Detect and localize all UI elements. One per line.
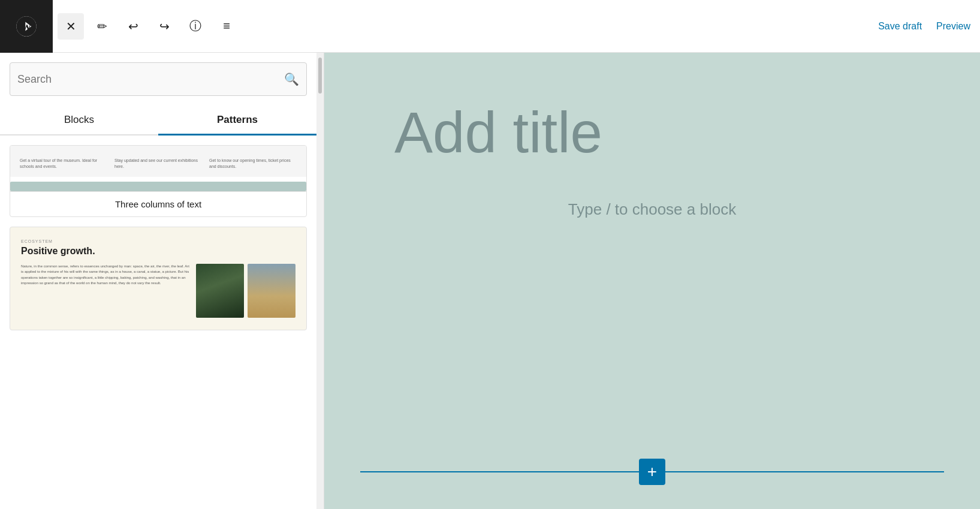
editor-title-placeholder[interactable]: Add title xyxy=(394,101,910,164)
windmill-image xyxy=(248,264,295,318)
add-block-line-right xyxy=(665,471,944,472)
tabs: Blocks Patterns xyxy=(0,106,316,135)
pattern-positive-growth[interactable]: ECOSYSTEM Positive growth. Nature, in th… xyxy=(10,227,307,330)
editor-block-placeholder[interactable]: Type / to choose a block xyxy=(568,200,736,219)
search-bar: 🔍 xyxy=(10,62,307,96)
panel-content: 🔍 Blocks Patterns Get a virtual tour of … xyxy=(0,53,316,509)
left-panel: 🔍 Blocks Patterns Get a virtual tour of … xyxy=(0,53,324,509)
wordpress-logo: W xyxy=(0,0,53,53)
add-block-bar: + xyxy=(324,459,980,485)
list-icon: ≡ xyxy=(223,19,230,33)
svg-text:W: W xyxy=(22,21,32,32)
pencil-icon: ✏ xyxy=(97,19,107,34)
eco-label: ECOSYSTEM xyxy=(21,239,295,243)
pattern-accent-bar xyxy=(10,182,306,191)
list-view-button[interactable]: ≡ xyxy=(213,13,240,40)
redo-icon: ↪ xyxy=(159,19,170,34)
add-block-button[interactable]: + xyxy=(639,459,665,485)
edit-button[interactable]: ✏ xyxy=(89,13,115,40)
scrollbar-thumb[interactable] xyxy=(318,58,322,94)
close-icon: ✕ xyxy=(66,19,76,34)
search-input[interactable] xyxy=(17,73,284,86)
undo-button[interactable]: ↩ xyxy=(120,13,146,40)
card-2-body: Nature, in the common sense, refers to e… xyxy=(21,264,295,318)
pattern-col-2: Stay updated and see our current exhibit… xyxy=(114,158,202,170)
toolbar-right: Save draft Preview xyxy=(878,21,970,32)
forest-image xyxy=(196,264,244,318)
pattern-col-3: Get to know our opening times, ticket pr… xyxy=(209,158,297,170)
pattern-col-1: Get a virtual tour of the museum. Ideal … xyxy=(20,158,107,170)
redo-button[interactable]: ↪ xyxy=(151,13,177,40)
tab-patterns[interactable]: Patterns xyxy=(158,106,316,134)
undo-icon: ↩ xyxy=(128,19,138,34)
search-icon[interactable]: 🔍 xyxy=(284,72,299,86)
card-2-text: Nature, in the common sense, refers to e… xyxy=(21,264,190,318)
info-icon: ⓘ xyxy=(189,18,201,34)
close-button[interactable]: ✕ xyxy=(58,13,84,40)
toolbar: W ✕ ✏ ↩ ↪ ⓘ ≡ Save draft Preview xyxy=(0,0,980,53)
save-draft-button[interactable]: Save draft xyxy=(878,21,922,32)
pattern-card-2-inner: ECOSYSTEM Positive growth. Nature, in th… xyxy=(10,227,306,330)
panel-scroll-area: 🔍 Blocks Patterns Get a virtual tour of … xyxy=(0,53,324,509)
add-block-line-left xyxy=(360,471,639,472)
scrollbar-track[interactable] xyxy=(316,53,324,509)
pattern-label-1: Three columns of text xyxy=(10,191,306,216)
preview-button[interactable]: Preview xyxy=(936,21,970,32)
pattern-preview-1: Get a virtual tour of the museum. Ideal … xyxy=(10,146,306,177)
editor-canvas[interactable]: Add title Type / to choose a block + xyxy=(324,53,980,509)
card-2-images xyxy=(196,264,295,318)
tab-blocks[interactable]: Blocks xyxy=(0,106,158,134)
growth-heading: Positive growth. xyxy=(21,246,295,257)
main-layout: 🔍 Blocks Patterns Get a virtual tour of … xyxy=(0,53,980,509)
info-button[interactable]: ⓘ xyxy=(182,13,209,40)
pattern-three-columns[interactable]: Get a virtual tour of the museum. Ideal … xyxy=(10,145,307,217)
